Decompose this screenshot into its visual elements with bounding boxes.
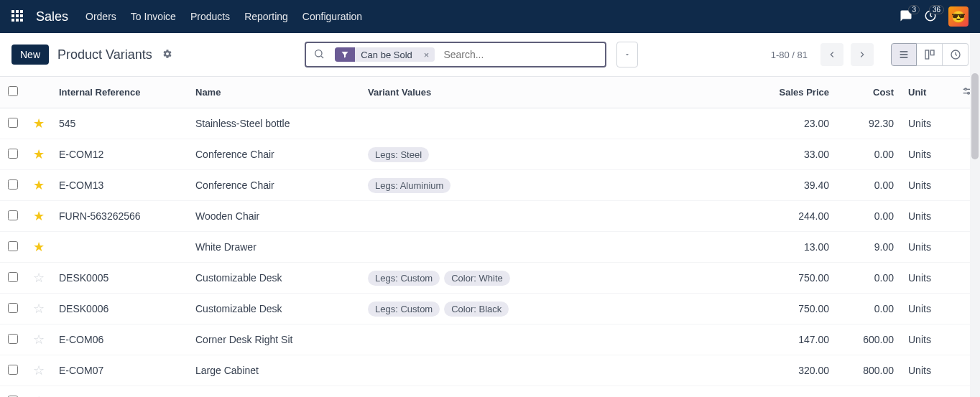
cell-internal-reference: E-COM07 (52, 355, 188, 386)
favorite-star-icon[interactable]: ★ (33, 116, 45, 131)
cell-name: Wooden Chair (188, 201, 361, 232)
row-checkbox[interactable] (8, 210, 18, 220)
cell-internal-reference: E-COM06 (52, 324, 188, 355)
cell-sales-price: 244.00 (750, 201, 836, 232)
variant-tag: Legs: Steel (368, 147, 429, 162)
nav-item-products[interactable]: Products (190, 11, 230, 22)
pager-next-button[interactable] (851, 43, 874, 66)
variant-tag: Color: Black (444, 302, 509, 317)
view-list-button[interactable] (891, 43, 917, 66)
favorite-star-icon[interactable]: ★ (33, 147, 45, 162)
table-row[interactable]: ★E-COM13Conference ChairLegs: Aluminium3… (0, 170, 980, 201)
cell-variant-values: Legs: Aluminium (361, 170, 750, 201)
pager-prev-button[interactable] (820, 43, 843, 66)
cell-name: Customizable Desk (188, 294, 361, 324)
svg-point-1 (315, 50, 322, 56)
cell-internal-reference: DESK0005 (52, 263, 188, 294)
cell-sales-price: 750.00 (750, 263, 836, 294)
funnel-icon (335, 47, 355, 62)
favorite-star-icon[interactable]: ★ (33, 178, 45, 192)
nav-item-reporting[interactable]: Reporting (244, 11, 288, 22)
table-row[interactable]: ★545Stainless-Steel bottle23.0092.30Unit… (0, 108, 980, 139)
favorite-star-icon[interactable]: ☆ (33, 332, 45, 347)
gear-icon[interactable] (162, 49, 172, 61)
cell-internal-reference: E-COM08 (52, 386, 188, 398)
activities-icon[interactable]: 36 (924, 9, 937, 24)
header-sales-price[interactable]: Sales Price (750, 77, 836, 108)
messages-icon[interactable]: 3 (900, 9, 912, 24)
cell-cost: 0.00 (836, 263, 901, 294)
cell-sales-price: 320.00 (750, 355, 836, 386)
row-checkbox[interactable] (8, 118, 18, 128)
row-checkbox[interactable] (8, 272, 18, 282)
cell-sales-price: 147.00 (750, 324, 836, 355)
header-variant-values[interactable]: Variant Values (361, 77, 750, 108)
search-dropdown-toggle[interactable] (616, 42, 638, 67)
cell-variant-values (361, 355, 750, 386)
table-row[interactable]: ☆E-COM07Large Cabinet320.00800.00Units (0, 355, 980, 386)
nav-item-configuration[interactable]: Configuration (302, 11, 362, 22)
cell-cost: 9.00 (836, 232, 901, 263)
table-row[interactable]: ☆E-COM08Storage Box15.8014.00Units (0, 386, 980, 398)
table-row[interactable]: ☆DESK0006Customizable DeskLegs: CustomCo… (0, 294, 980, 324)
filter-chip: Can be Sold × (335, 47, 435, 62)
app-brand[interactable]: Sales (36, 9, 68, 24)
view-kanban-button[interactable] (917, 43, 943, 66)
apps-launcher-icon[interactable] (11, 10, 24, 23)
cell-internal-reference: DESK0006 (52, 294, 188, 324)
header-internal-reference[interactable]: Internal Reference (52, 77, 188, 108)
pager-text[interactable]: 1-80 / 81 (771, 50, 808, 60)
favorite-star-icon[interactable]: ☆ (33, 394, 45, 397)
cell-internal-reference: 545 (52, 108, 188, 139)
cell-cost: 0.00 (836, 294, 901, 324)
cell-unit: Units (901, 294, 951, 324)
table-row[interactable]: ☆DESK0005Customizable DeskLegs: CustomCo… (0, 263, 980, 294)
cell-internal-reference: E-COM12 (52, 139, 188, 170)
cell-variant-values: Legs: CustomColor: Black (361, 294, 750, 324)
header-cost[interactable]: Cost (836, 77, 901, 108)
table-row[interactable]: ☆E-COM06Corner Desk Right Sit147.00600.0… (0, 324, 980, 355)
favorite-star-icon[interactable]: ★ (33, 240, 45, 254)
table-row[interactable]: ★E-COM12Conference ChairLegs: Steel33.00… (0, 139, 980, 170)
search-icon[interactable] (306, 48, 332, 62)
favorite-star-icon[interactable]: ☆ (33, 302, 45, 316)
row-checkbox[interactable] (8, 241, 18, 251)
view-activity-button[interactable] (943, 43, 969, 66)
search-input[interactable] (438, 49, 605, 60)
header-unit[interactable]: Unit (901, 77, 951, 108)
row-checkbox[interactable] (8, 149, 18, 159)
row-checkbox[interactable] (8, 365, 18, 375)
table-row[interactable]: ★FURN-563262566Wooden Chair244.000.00Uni… (0, 201, 980, 232)
cell-internal-reference (52, 232, 188, 263)
cell-unit: Units (901, 170, 951, 201)
select-all-checkbox[interactable] (8, 86, 18, 96)
row-checkbox[interactable] (8, 179, 18, 190)
data-table: Internal Reference Name Variant Values S… (0, 77, 980, 397)
favorite-star-icon[interactable]: ★ (33, 209, 45, 223)
cell-variant-values (361, 324, 750, 355)
cell-name: Conference Chair (188, 170, 361, 201)
favorite-star-icon[interactable]: ☆ (33, 271, 45, 285)
row-checkbox[interactable] (8, 303, 18, 313)
cell-unit: Units (901, 386, 951, 398)
nav-item-orders[interactable]: Orders (85, 11, 116, 22)
row-checkbox[interactable] (8, 334, 18, 344)
svg-rect-6 (930, 50, 934, 55)
table-row[interactable]: ★White Drawer13.009.00Units (0, 232, 980, 263)
cell-sales-price: 33.00 (750, 139, 836, 170)
filter-chip-label: Can be Sold (355, 50, 418, 60)
cell-cost: 600.00 (836, 324, 901, 355)
favorite-star-icon[interactable]: ☆ (33, 363, 45, 378)
nav-item-to-invoice[interactable]: To Invoice (131, 11, 176, 22)
user-avatar[interactable]: 😎 (948, 6, 969, 27)
control-bar: New Product Variants Can be Sold × 1-80 … (0, 33, 980, 77)
variant-tag: Legs: Custom (368, 271, 440, 286)
variant-tag: Legs: Custom (368, 302, 440, 317)
cell-unit: Units (901, 232, 951, 263)
filter-chip-close-icon[interactable]: × (418, 50, 435, 60)
vertical-scrollbar[interactable] (970, 33, 980, 397)
svg-rect-5 (925, 50, 929, 59)
new-button[interactable]: New (11, 45, 49, 65)
cell-cost: 0.00 (836, 139, 901, 170)
header-name[interactable]: Name (188, 77, 361, 108)
